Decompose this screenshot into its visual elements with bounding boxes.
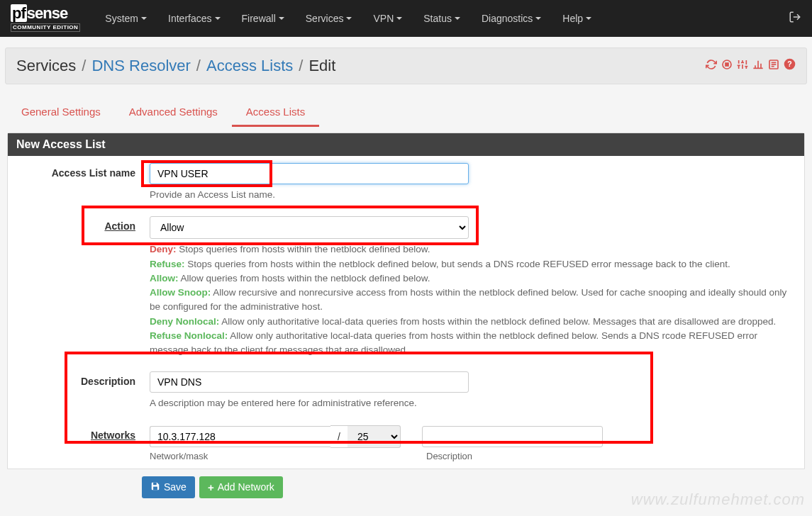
breadcrumb-acl[interactable]: Access Lists [206, 57, 293, 75]
help-action: Deny: Stops queries from hosts within th… [150, 242, 794, 357]
panel-new-access-list: New Access List Access List name Provide… [7, 133, 805, 469]
nav-interfaces[interactable]: Interfaces [168, 13, 220, 24]
breadcrumb-edit: Edit [308, 57, 335, 75]
panel-title: New Access List [8, 133, 804, 156]
mask-separator: / [330, 425, 347, 448]
help-description: A description may be entered here for ad… [150, 396, 794, 410]
svg-text:?: ? [787, 60, 791, 68]
input-network-description[interactable] [422, 426, 603, 447]
breadcrumb-resolver[interactable]: DNS Resolver [91, 57, 190, 75]
add-network-button[interactable]: + Add Network [199, 476, 283, 498]
input-description[interactable] [150, 371, 469, 393]
help-icon[interactable]: ? [784, 58, 796, 74]
caret-icon [346, 17, 352, 20]
plus-icon: + [208, 481, 214, 493]
page-action-icons: ? [706, 58, 796, 74]
caret-icon [586, 17, 591, 20]
caret-icon [396, 17, 402, 20]
tab-access-lists[interactable]: Access Lists [232, 99, 319, 127]
nav-menu: System Interfaces Firewall Services VPN … [94, 13, 789, 24]
nav-firewall[interactable]: Firewall [242, 13, 284, 24]
watermark: www.zulfumehmet.com [631, 490, 805, 509]
nav-diagnostics[interactable]: Diagnostics [482, 13, 541, 24]
caret-icon [455, 17, 460, 20]
tab-general[interactable]: General Settings [7, 99, 115, 127]
top-navbar: pfsense COMMUNITY EDITION System Interfa… [0, 0, 812, 37]
svg-rect-22 [153, 486, 157, 490]
nav-status[interactable]: Status [423, 13, 460, 24]
nav-services[interactable]: Services [306, 13, 352, 24]
help-acl-name: Provide an Access List name. [150, 188, 794, 202]
label-description: Description [8, 371, 150, 410]
nav-help[interactable]: Help [562, 13, 591, 24]
caret-icon [141, 17, 147, 20]
input-acl-name[interactable] [150, 163, 469, 184]
log-icon[interactable] [768, 59, 779, 74]
sublabel-network-mask: Network/mask [150, 451, 426, 461]
stop-icon[interactable] [721, 59, 733, 74]
caret-icon [535, 17, 541, 20]
save-button[interactable]: Save [142, 476, 195, 498]
svg-rect-21 [153, 482, 157, 485]
input-network[interactable] [150, 426, 330, 447]
label-acl-name: Access List name [8, 163, 150, 202]
tab-advanced[interactable]: Advanced Settings [115, 99, 232, 127]
caret-icon [215, 17, 221, 20]
select-action[interactable]: Allow [150, 216, 469, 239]
sublabel-net-description: Description [426, 451, 472, 461]
svg-rect-1 [725, 63, 728, 66]
label-action: Action [8, 216, 150, 357]
page-header: Services/ DNS Resolver/ Access Lists/ Ed… [5, 47, 807, 84]
save-icon [150, 481, 160, 493]
logout-icon[interactable] [789, 11, 801, 27]
caret-icon [279, 17, 284, 20]
label-networks: Networks [8, 425, 150, 461]
chart-icon[interactable] [752, 59, 764, 74]
nav-vpn[interactable]: VPN [373, 13, 402, 24]
breadcrumb-services: Services [16, 57, 76, 75]
breadcrumb: Services/ DNS Resolver/ Access Lists/ Ed… [16, 57, 335, 75]
sliders-icon[interactable] [737, 59, 748, 74]
brand-logo[interactable]: pfsense COMMUNITY EDITION [11, 6, 80, 32]
select-mask[interactable]: 25 [347, 425, 401, 448]
refresh-icon[interactable] [706, 59, 717, 74]
nav-system[interactable]: System [105, 13, 147, 24]
tab-bar: General Settings Advanced Settings Acces… [7, 99, 805, 127]
